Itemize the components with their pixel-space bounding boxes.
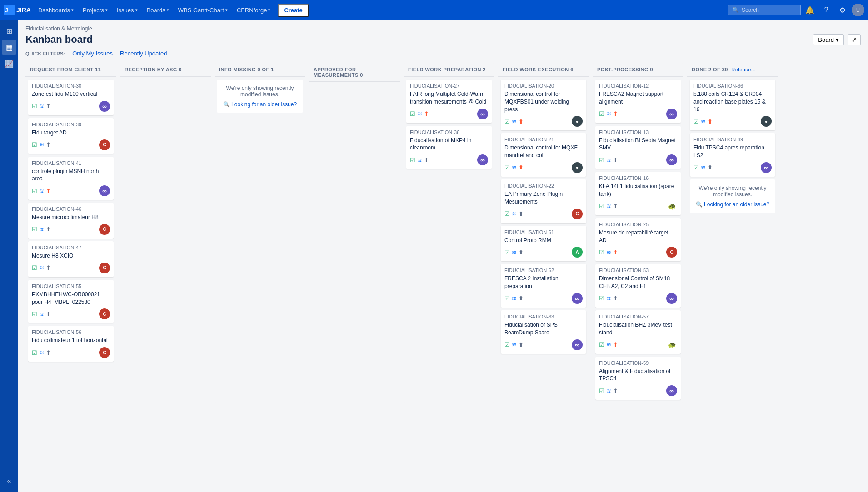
card-icons: ☑≋⬆ xyxy=(693,118,713,125)
card[interactable]: FIDUCIALISATION-57Fiducialisation BHZ 3M… xyxy=(595,310,681,354)
card-footer: ☑≋⬆C xyxy=(32,347,110,358)
card-title: PXMBHHEHWC-OR000021 pour H4_MBPL_022580 xyxy=(32,291,110,306)
notifications-icon[interactable]: 🔔 xyxy=(803,3,817,17)
filter-recently-updated[interactable]: Recently Updated xyxy=(118,49,169,58)
filter-only-my-issues[interactable]: Only My Issues xyxy=(70,49,115,58)
card-icons: ☑≋⬆ xyxy=(599,203,618,209)
nav-projects[interactable]: Projects ▾ xyxy=(79,5,111,15)
card[interactable]: FIDUCIALISATION-69Fidu TPSC4 apres repar… xyxy=(690,133,775,177)
nav-boards[interactable]: Boards ▾ xyxy=(143,5,173,15)
column-title: DONE xyxy=(692,67,708,72)
card[interactable]: FIDUCIALISATION-59Alignment & Fiducialis… xyxy=(595,357,681,400)
card-footer: ☑≋⬆🐢 xyxy=(599,201,677,212)
expand-button[interactable]: ⤢ xyxy=(848,34,861,45)
card-footer: ☑≋⬆● xyxy=(693,116,772,127)
card[interactable]: FIDUCIALISATION-39Fidu target AD☑≋⬆C xyxy=(28,118,114,154)
card-icons: ☑≋⬆ xyxy=(599,110,618,117)
card-avatar: C xyxy=(99,347,110,358)
card-footer: ☑≋⬆C xyxy=(32,263,110,273)
card-footer: ☑≋⬆∞ xyxy=(504,293,583,304)
card[interactable]: FIDUCIALISATION-13Fiducialisation BI Sep… xyxy=(595,126,681,169)
column-count: 0 OF 1 xyxy=(258,67,274,72)
card[interactable]: FIDUCIALISATION-53Dimensional Control of… xyxy=(595,264,681,308)
nav-cernforge[interactable]: CERNforge ▾ xyxy=(233,5,274,15)
search-bar[interactable]: 🔍 Search xyxy=(728,5,801,15)
nav-dashboards[interactable]: Dashboards ▾ xyxy=(35,5,77,15)
user-avatar[interactable]: U xyxy=(852,4,864,16)
card-footer: ☑≋⬆∞ xyxy=(32,185,110,196)
priority-medium-icon: ⬆ xyxy=(46,103,51,109)
card[interactable]: FIDUCIALISATION-16KFA.14L1 fiducialisati… xyxy=(595,172,681,215)
check-icon: ☑ xyxy=(693,118,699,125)
sidebar-collapse-icon[interactable]: « xyxy=(2,474,16,488)
card[interactable]: FIDUCIALISATION-22EA Primary Zone PlugIn… xyxy=(501,179,586,223)
card[interactable]: FIDUCIALISATION-21Dimensional control fo… xyxy=(501,133,586,177)
release-link[interactable]: Release... xyxy=(730,67,756,72)
card[interactable]: FIDUCIALISATION-27FAIR long Multiplet Co… xyxy=(406,80,492,123)
card[interactable]: FIDUCIALISATION-12FRESCA2 Magnet support… xyxy=(595,80,681,123)
column-col-approved: APPROVED FOR MEASUREMENTS 0 xyxy=(309,63,400,403)
card-footer: ☑≋⬆∞ xyxy=(599,154,677,165)
column-count: 11 xyxy=(95,67,101,72)
column-header: REQUEST FROM CLIENT 11 xyxy=(25,63,116,77)
card-icons: ☑≋⬆ xyxy=(599,295,618,302)
card[interactable]: FIDUCIALISATION-25Mesure de repatabilité… xyxy=(595,218,681,262)
sidebar-grid-icon[interactable]: ⊞ xyxy=(2,24,16,38)
card-id: FIDUCIALISATION-36 xyxy=(410,129,488,135)
card-id: FIDUCIALISATION-16 xyxy=(599,175,677,181)
settings-icon[interactable]: ⚙ xyxy=(835,3,850,17)
older-message-text: We're only showing recently modified iss… xyxy=(223,85,297,98)
card-title: Control Proto RMM xyxy=(504,237,583,244)
column-header: FIELD WORK EXECUTION 6 xyxy=(498,63,589,77)
check-icon: ☑ xyxy=(693,164,699,171)
create-button[interactable]: Create xyxy=(278,4,309,17)
card-footer: ☑≋⬆∞ xyxy=(32,101,110,112)
card-avatar: ∞ xyxy=(572,339,583,350)
card[interactable]: FIDUCIALISATION-63Fiducialisation of SPS… xyxy=(501,310,586,354)
card[interactable]: FIDUCIALISATION-30Zone est fidu M100 ver… xyxy=(28,80,114,115)
card[interactable]: FIDUCIALISATION-36Fiducailsation of MKP4… xyxy=(406,126,492,169)
board-dropdown-button[interactable]: Board ▾ xyxy=(813,34,844,45)
card[interactable]: FIDUCIALISATION-47Mesure H8 XCIO☑≋⬆C xyxy=(28,241,114,277)
priority-medium-icon: ⬆ xyxy=(613,388,618,394)
sidebar-board-icon[interactable]: ▦ xyxy=(2,40,16,55)
card[interactable]: FIDUCIALISATION-46Mesure microcolimateur… xyxy=(28,203,114,239)
older-issues-message: We're only showing recently modified iss… xyxy=(690,179,775,213)
jira-logo[interactable]: J JIRA xyxy=(4,5,31,15)
nav-wbs[interactable]: WBS Gantt-Chart ▾ xyxy=(175,5,231,15)
card-avatar: ∞ xyxy=(666,154,677,165)
card[interactable]: FIDUCIALISATION-41controle plugin MSNH n… xyxy=(28,157,114,200)
check-icon: ☑ xyxy=(599,388,604,394)
check-icon: ☑ xyxy=(410,157,415,164)
card[interactable]: FIDUCIALISATION-20Dimensional control fo… xyxy=(501,80,586,130)
story-icon: ≋ xyxy=(39,188,44,194)
card-id: FIDUCIALISATION-39 xyxy=(32,122,110,127)
priority-high-icon: ⬆ xyxy=(613,341,618,348)
card-title: EA Primary Zone PlugIn Mesurements xyxy=(504,190,583,206)
check-icon: ☑ xyxy=(410,110,415,117)
card[interactable]: FIDUCIALISATION-62FRESCA 2 Installation … xyxy=(501,264,586,308)
help-icon[interactable]: ? xyxy=(819,3,833,17)
older-issues-link[interactable]: 🔍 Looking for an older issue? xyxy=(223,101,297,108)
card-title: Dimensional control for MQXF mandrel and… xyxy=(504,144,583,159)
column-header: INFO MISSING 0 OF 1 xyxy=(215,63,305,77)
check-icon: ☑ xyxy=(504,164,510,171)
older-issues-link[interactable]: 🔍 Looking for an older issue? xyxy=(695,201,770,208)
card-icons: ☑≋⬆ xyxy=(599,388,618,394)
column-count: 9 xyxy=(650,67,653,72)
card-avatar: C xyxy=(99,139,110,150)
sidebar-chart-icon[interactable]: 📈 xyxy=(2,56,16,71)
card[interactable]: FIDUCIALISATION-56Fidu collimateur 1 tof… xyxy=(28,326,114,362)
card[interactable]: FIDUCIALISATION-66b.180 coils CR124 & CR… xyxy=(690,80,775,130)
card-title: Fiducialisation BI Septa Magnet SMV xyxy=(599,137,677,152)
page-title: Kanban board xyxy=(25,34,93,45)
column-body: We're only showing recently modified iss… xyxy=(215,77,305,168)
card-icons: ☑≋⬆ xyxy=(504,164,524,171)
card-avatar: ● xyxy=(761,116,772,127)
card-id: FIDUCIALISATION-30 xyxy=(32,83,110,89)
nav-issues[interactable]: Issues ▾ xyxy=(113,5,141,15)
card[interactable]: FIDUCIALISATION-55PXMBHHEHWC-OR000021 po… xyxy=(28,280,114,323)
story-icon: ≋ xyxy=(39,103,44,109)
card[interactable]: FIDUCIALISATION-61Control Proto RMM☑≋⬆A xyxy=(501,226,586,262)
wbs-caret-icon: ▾ xyxy=(225,8,228,12)
